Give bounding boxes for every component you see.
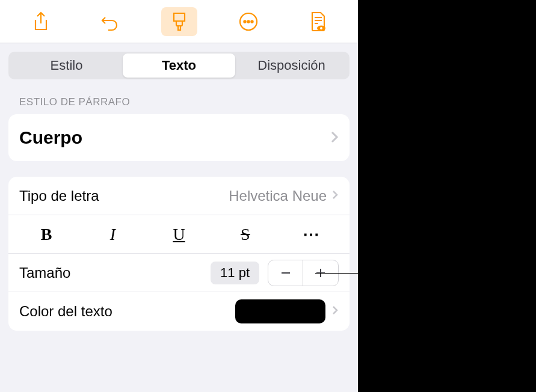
undo-icon — [100, 11, 120, 32]
svg-point-5 — [320, 27, 322, 29]
font-value: Helvetica Neue — [229, 188, 327, 204]
tab-segmented-control: Estilo Texto Disposición — [8, 52, 350, 79]
chevron-right-icon — [330, 127, 339, 148]
more-circle-icon — [238, 11, 259, 32]
more-format-button[interactable]: ⋯ — [279, 215, 345, 253]
italic-button[interactable]: I — [79, 215, 146, 253]
svg-point-2 — [247, 20, 249, 22]
toolbar — [0, 0, 358, 43]
svg-point-3 — [251, 20, 253, 22]
format-buttons-row: B I U S ⋯ — [8, 215, 350, 254]
minus-icon — [280, 267, 292, 279]
chevron-right-icon — [331, 305, 339, 318]
text-color-label: Color del texto — [19, 303, 235, 320]
underline-button[interactable]: U — [146, 215, 212, 253]
share-icon — [32, 11, 49, 32]
tab-style[interactable]: Estilo — [10, 54, 123, 78]
brush-icon — [170, 11, 188, 32]
color-swatch[interactable] — [235, 299, 325, 323]
chevron-right-icon — [331, 189, 339, 203]
callout-line — [315, 273, 385, 274]
paragraph-style-header: ESTILO DE PÁRRAFO — [19, 96, 350, 108]
more-button[interactable] — [230, 7, 266, 36]
tab-layout[interactable]: Disposición — [235, 54, 348, 78]
format-brush-button[interactable] — [161, 7, 197, 36]
bold-button[interactable]: B — [13, 215, 79, 253]
document-view-button[interactable] — [300, 7, 336, 36]
svg-point-1 — [244, 20, 245, 22]
text-color-row[interactable]: Color del texto — [8, 292, 350, 331]
paragraph-style-row[interactable]: Cuerpo — [8, 114, 350, 161]
format-panel: Estilo Texto Disposición ESTILO DE PÁRRA… — [0, 0, 358, 392]
size-decrease-button[interactable] — [268, 260, 303, 286]
text-format-card: Tipo de letra Helvetica Neue B I U S ⋯ T… — [8, 177, 350, 331]
size-label: Tamaño — [19, 265, 211, 281]
undo-button[interactable] — [92, 7, 128, 36]
paragraph-style-card: Cuerpo — [8, 114, 350, 161]
tab-text[interactable]: Texto — [123, 54, 235, 78]
share-button[interactable] — [23, 7, 59, 36]
document-view-icon — [309, 11, 327, 32]
paragraph-style-value: Cuerpo — [19, 127, 330, 148]
font-label: Tipo de letra — [19, 188, 229, 204]
size-row: Tamaño 11 pt — [8, 254, 350, 292]
content-area: Estilo Texto Disposición ESTILO DE PÁRRA… — [0, 43, 358, 339]
strikethrough-button[interactable]: S — [212, 215, 279, 253]
font-row[interactable]: Tipo de letra Helvetica Neue — [8, 177, 350, 215]
size-value[interactable]: 11 pt — [211, 262, 259, 284]
